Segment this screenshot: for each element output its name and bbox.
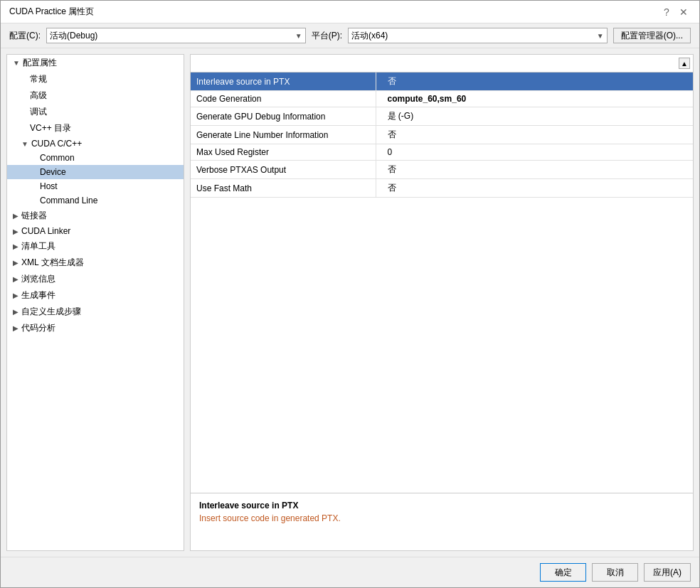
tree-label-clean: 清单工具 [21, 240, 55, 252]
ok-button[interactable]: 确定 [540, 563, 586, 582]
right-panel: ▲ Interleave source in PTX否Code Generati… [190, 54, 694, 551]
tree-label-browse: 浏览信息 [21, 273, 55, 285]
prop-name-line-num: Generate Line Number Information [191, 126, 376, 144]
tree-label-vc-dir: VC++ 目录 [30, 122, 71, 134]
tree-label-advanced: 高级 [30, 90, 47, 102]
tree-item-cmdline[interactable]: Command Line [7, 193, 184, 208]
title-bar: CUDA Practice 属性页 ? ✕ [1, 1, 699, 23]
tree-arrow-cuda-cpp: ▼ [21, 140, 28, 148]
prop-name-max-reg: Max Used Register [191, 144, 376, 161]
cancel-button[interactable]: 取消 [592, 563, 638, 582]
description-title: Interleave source in PTX [199, 501, 684, 511]
tree-label-build-events: 生成事件 [21, 289, 55, 301]
tree-item-clean[interactable]: ▶清单工具 [7, 238, 184, 255]
tree-label-xml: XML 文档生成器 [21, 257, 84, 269]
scroll-up-button[interactable]: ▲ [679, 58, 690, 69]
prop-value-line-num: 否 [376, 126, 693, 144]
tree-label-cmdline: Command Line [40, 196, 97, 205]
tree-panel: ▼配置属性常规高级调试VC++ 目录▼CUDA C/C++CommonDevic… [6, 54, 184, 551]
tree-item-config-props[interactable]: ▼配置属性 [7, 55, 184, 71]
tree-label-host: Host [40, 181, 58, 191]
tree-arrow-code-analysis: ▶ [13, 324, 18, 332]
platform-dropdown-arrow: ▼ [597, 32, 604, 40]
tree-arrow-config-props: ▼ [13, 59, 20, 67]
tree-arrow-build-events: ▶ [13, 292, 18, 299]
tree-item-debug[interactable]: 调试 [7, 104, 184, 120]
tree-label-code-analysis: 代码分析 [21, 322, 55, 334]
prop-row-max-reg[interactable]: Max Used Register0 [191, 144, 693, 161]
bottom-buttons: 确定 取消 应用(A) [1, 557, 699, 587]
description-box: Interleave source in PTX Insert source c… [191, 493, 693, 550]
dialog-title: CUDA Practice 属性页 [9, 6, 94, 18]
tree-label-config-props: 配置属性 [23, 57, 57, 69]
tree-arrow-custom-build: ▶ [13, 308, 18, 316]
prop-row-gpu-debug[interactable]: Generate GPU Debug Information是 (-G) [191, 107, 693, 126]
prop-value-code-gen: compute_60,sm_60 [376, 91, 693, 107]
manage-config-button[interactable]: 配置管理器(O)... [613, 28, 691, 43]
panel-header: ▲ [191, 55, 693, 73]
prop-row-fast-math[interactable]: Use Fast Math否 [191, 179, 693, 198]
prop-row-code-gen[interactable]: Code Generationcompute_60,sm_60 [191, 91, 693, 107]
tree-arrow-browse: ▶ [13, 275, 18, 283]
prop-value-fast-math: 否 [376, 179, 693, 198]
apply-button[interactable]: 应用(A) [644, 563, 691, 582]
tree-label-debug: 调试 [30, 106, 47, 118]
tree-item-host[interactable]: Host [7, 179, 184, 193]
tree-label-custom-build: 自定义生成步骤 [21, 306, 81, 318]
tree-item-common[interactable]: Common [7, 151, 184, 165]
prop-name-verbose: Verbose PTXAS Output [191, 161, 376, 179]
tree-arrow-linker: ▶ [13, 212, 18, 220]
properties-table: Interleave source in PTX否Code Generation… [191, 73, 693, 493]
platform-value: 活动(x64) [351, 30, 388, 42]
prop-row-line-num[interactable]: Generate Line Number Information否 [191, 126, 693, 144]
tree-item-custom-build[interactable]: ▶自定义生成步骤 [7, 304, 184, 320]
tree-label-device: Device [40, 167, 66, 177]
tree-item-cuda-linker[interactable]: ▶CUDA Linker [7, 224, 184, 238]
tree-item-device[interactable]: Device [7, 165, 184, 179]
platform-dropdown[interactable]: 活动(x64) ▼ [348, 28, 608, 43]
platform-label: 平台(P): [312, 30, 342, 42]
title-controls: ? ✕ [659, 5, 691, 19]
tree-item-normal[interactable]: 常规 [7, 71, 184, 87]
tree-arrow-cuda-linker: ▶ [13, 228, 18, 235]
prop-value-max-reg: 0 [376, 144, 693, 161]
tree-item-advanced[interactable]: 高级 [7, 87, 184, 104]
tree-label-normal: 常规 [30, 73, 47, 85]
prop-row-verbose[interactable]: Verbose PTXAS Output否 [191, 161, 693, 179]
description-text: Insert source code in generated PTX. [199, 513, 684, 523]
config-dropdown-arrow: ▼ [295, 32, 302, 40]
tree-arrow-clean: ▶ [13, 242, 18, 250]
prop-value-verbose: 否 [376, 161, 693, 179]
tree-item-build-events[interactable]: ▶生成事件 [7, 287, 184, 304]
prop-value-gpu-debug: 是 (-G) [376, 107, 693, 126]
config-dropdown[interactable]: 活动(Debug) ▼ [46, 28, 306, 43]
prop-row-interleave[interactable]: Interleave source in PTX否 [191, 73, 693, 91]
config-label: 配置(C): [9, 30, 41, 42]
prop-name-gpu-debug: Generate GPU Debug Information [191, 107, 376, 126]
close-button[interactable]: ✕ [677, 5, 691, 19]
help-button[interactable]: ? [659, 5, 674, 19]
prop-value-interleave: 否 [376, 73, 693, 91]
tree-label-cuda-linker: CUDA Linker [21, 226, 70, 236]
tree-label-common: Common [40, 153, 75, 163]
config-row: 配置(C): 活动(Debug) ▼ 平台(P): 活动(x64) ▼ 配置管理… [1, 23, 699, 48]
tree-arrow-xml: ▶ [13, 259, 18, 267]
prop-name-fast-math: Use Fast Math [191, 179, 376, 198]
tree-item-code-analysis[interactable]: ▶代码分析 [7, 320, 184, 336]
config-value: 活动(Debug) [50, 30, 97, 42]
prop-name-code-gen: Code Generation [191, 91, 376, 107]
tree-item-linker[interactable]: ▶链接器 [7, 208, 184, 224]
tree-item-vc-dir[interactable]: VC++ 目录 [7, 120, 184, 137]
tree-item-cuda-cpp[interactable]: ▼CUDA C/C++ [7, 137, 184, 151]
tree-label-cuda-cpp: CUDA C/C++ [31, 139, 82, 149]
properties-dialog: CUDA Practice 属性页 ? ✕ 配置(C): 活动(Debug) ▼… [0, 0, 700, 588]
prop-name-interleave: Interleave source in PTX [191, 73, 376, 91]
main-area: ▼配置属性常规高级调试VC++ 目录▼CUDA C/C++CommonDevic… [1, 48, 699, 557]
tree-item-browse[interactable]: ▶浏览信息 [7, 271, 184, 287]
tree-item-xml[interactable]: ▶XML 文档生成器 [7, 255, 184, 271]
tree-label-linker: 链接器 [21, 210, 47, 222]
